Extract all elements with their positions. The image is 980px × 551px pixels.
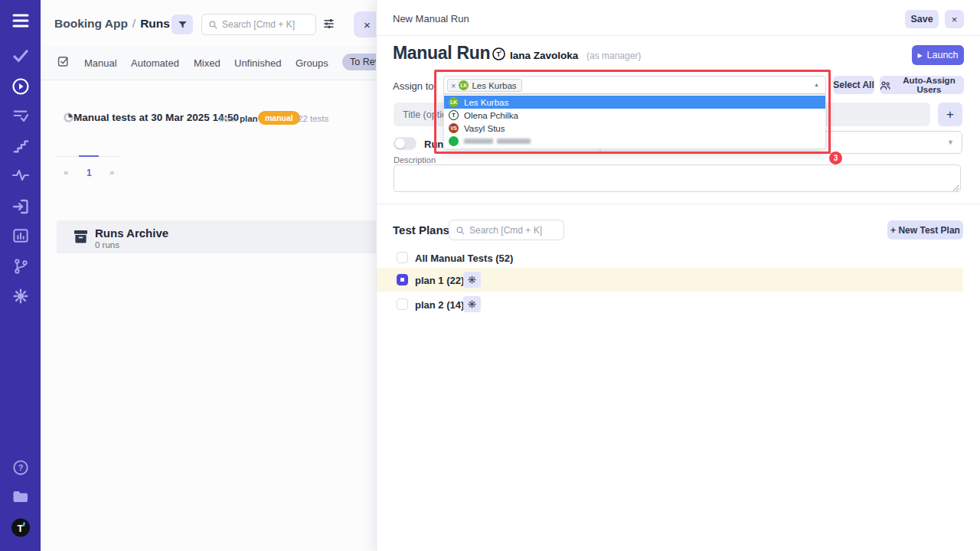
chevron-up-icon: ▲: [814, 82, 819, 87]
tests-icon[interactable]: [12, 49, 29, 63]
view-settings-icon[interactable]: [323, 18, 335, 29]
plan-label-all[interactable]: All Manual Tests (52): [415, 253, 513, 264]
tab-unfinished[interactable]: Unfinished: [234, 57, 281, 69]
funnel-icon: [178, 20, 188, 30]
breadcrumb-page: Runs: [140, 17, 170, 31]
breadcrumb-project[interactable]: Booking App: [54, 17, 128, 31]
assignee-dropdown: LK Les Kurbas T Olena Pchilka VS Vasyl S…: [443, 94, 826, 149]
run-type-badge: manual: [258, 111, 300, 125]
pulse-icon[interactable]: [11, 168, 30, 182]
svg-text:T: T: [17, 523, 23, 534]
pagination-prev[interactable]: «: [64, 168, 68, 177]
manager-name: Iana Zavoloka: [510, 50, 578, 61]
annotation-step-badge: 3: [829, 152, 842, 165]
run-toggle-label: Run: [424, 139, 443, 150]
play-icon: ▶: [917, 52, 922, 59]
run-status-icon: [64, 112, 74, 122]
users-icon: [880, 80, 890, 90]
assign-to-label: Assign to: [393, 80, 433, 92]
assignee-chip: × LK Les Kurbas: [447, 79, 522, 92]
redacted-user-name: [464, 139, 531, 144]
run-toggle[interactable]: [394, 137, 416, 150]
checkbox-plan-2[interactable]: [397, 298, 408, 310]
run-tests-count: 22 tests: [298, 114, 328, 123]
help-icon[interactable]: ?: [12, 459, 29, 476]
select-runs-icon[interactable]: [57, 55, 70, 70]
manager-avatar: T: [492, 47, 505, 63]
avatar: LK: [449, 97, 459, 107]
tab-mixed[interactable]: Mixed: [194, 57, 220, 69]
app-sidebar: ? T: [0, 0, 41, 551]
dropdown-option-vasyl-stus[interactable]: VS Vasyl Stus: [444, 122, 825, 135]
milestones-icon[interactable]: [12, 139, 29, 154]
filter-button[interactable]: [172, 15, 193, 34]
search-icon: [456, 226, 465, 235]
plan-label-1[interactable]: plan 1 (22): [415, 275, 464, 286]
reports-icon[interactable]: [12, 228, 29, 243]
tab-automated[interactable]: Automated: [131, 57, 179, 69]
drawer-close-button[interactable]: ×: [945, 10, 964, 28]
dropdown-option-olena-pchilka[interactable]: T Olena Pchilka: [444, 109, 825, 122]
documents-icon[interactable]: [11, 489, 30, 504]
app-logo[interactable]: T: [11, 518, 30, 537]
drawer-header: New Manual Run Save ×: [377, 0, 980, 36]
chevron-down-icon: ▼: [947, 139, 954, 146]
runs-list-panel: Booking App / Runs × Manual Automated Mi…: [41, 0, 376, 551]
checkbox-plan-1[interactable]: [397, 274, 408, 285]
tab-groups[interactable]: Groups: [296, 57, 328, 69]
test-plans-heading: Test Plans: [393, 223, 449, 236]
runs-archive-row[interactable]: Runs Archive 0 runs: [57, 220, 376, 253]
archive-icon: [74, 230, 88, 243]
chip-remove-icon[interactable]: ×: [451, 81, 456, 90]
archive-title: Runs Archive: [95, 227, 168, 240]
drawer-title: New Manual Run: [393, 13, 469, 24]
description-label: Description: [394, 155, 436, 165]
runs-icon[interactable]: [11, 77, 30, 96]
tab-manual[interactable]: Manual: [84, 57, 117, 69]
runs-search: [201, 14, 316, 35]
toggle-knob: [395, 139, 405, 148]
run-list-item[interactable]: Manual tests at 30 Mar 2025 14:50 from p…: [41, 107, 376, 129]
run-from-label: from: [219, 114, 237, 123]
svg-text:?: ?: [18, 463, 23, 472]
assignee-multiselect[interactable]: × LK Les Kurbas ▲: [443, 76, 826, 94]
test-plans-search-input[interactable]: [469, 225, 557, 236]
pagination-page-1[interactable]: 1: [87, 168, 92, 178]
breadcrumb-separator: /: [132, 17, 136, 31]
pagination-next[interactable]: »: [109, 168, 114, 177]
new-test-plan-button[interactable]: + New Test Plan: [887, 220, 963, 240]
plan-2-settings-button[interactable]: [463, 296, 481, 312]
dropdown-option-redacted[interactable]: [444, 135, 825, 148]
launch-button[interactable]: ▶ Launch: [912, 45, 964, 65]
avatar: VS: [449, 123, 459, 133]
plan-1-settings-button[interactable]: [463, 272, 481, 288]
avatar: T: [449, 110, 459, 120]
import-icon[interactable]: [11, 198, 30, 215]
plan-label-2[interactable]: plan 2 (14): [415, 299, 464, 311]
new-manual-run-drawer: New Manual Run Save × Manual Run T Iana …: [376, 0, 980, 551]
branches-icon[interactable]: [12, 258, 29, 275]
save-button[interactable]: Save: [905, 10, 939, 28]
page-title: Manual Run: [393, 43, 490, 64]
add-title-button[interactable]: +: [938, 103, 962, 126]
tab-to-review[interactable]: To Review: [342, 54, 376, 70]
select-all-button[interactable]: Select All: [833, 76, 874, 94]
manager-role-note: (as manager): [586, 51, 641, 61]
test-plans-icon[interactable]: [12, 108, 29, 123]
description-textarea[interactable]: [394, 165, 961, 192]
breadcrumb: Booking App / Runs: [54, 17, 170, 31]
auto-assign-button[interactable]: Auto-Assign Users: [880, 76, 964, 94]
pagination-active-indicator: [79, 155, 99, 157]
menu-icon[interactable]: [11, 13, 30, 28]
chip-name: Les Kurbas: [472, 81, 516, 90]
runs-filter-tabs: Manual Automated Mixed Unfinished Groups…: [41, 46, 376, 80]
section-divider: [377, 204, 980, 204]
archive-count: 0 runs: [95, 240, 119, 249]
avatar: LK: [459, 80, 469, 90]
checkbox-all-manual-tests[interactable]: [397, 252, 408, 263]
runs-search-input[interactable]: [222, 19, 309, 30]
run-title[interactable]: Manual tests at 30 Mar 2025 14:50: [74, 112, 239, 123]
settings-icon[interactable]: [12, 288, 29, 305]
dropdown-option-les-kurbas[interactable]: LK Les Kurbas: [444, 96, 825, 109]
avatar: [449, 136, 459, 146]
